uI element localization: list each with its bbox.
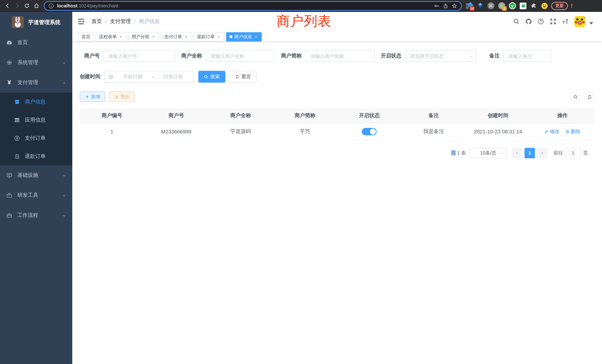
password-key-icon[interactable] xyxy=(434,3,440,9)
sidebar-item-home[interactable]: 首页 xyxy=(0,33,72,53)
merchant-no-input[interactable] xyxy=(103,50,175,62)
bookmark-star-icon[interactable] xyxy=(452,3,457,9)
extension-y-icon[interactable]: y xyxy=(509,2,516,10)
fullscreen-icon[interactable] xyxy=(550,18,556,25)
header-search-icon[interactable] xyxy=(513,18,520,25)
extension-chat-icon[interactable] xyxy=(519,2,527,10)
extension-command-icon[interactable]: ⌘ xyxy=(487,2,494,10)
sidebar-item-payment[interactable]: ¥ 支付管理 xyxy=(0,73,72,93)
extension-grid-icon[interactable]: 10 xyxy=(466,2,473,10)
close-icon[interactable]: × xyxy=(119,34,123,39)
sidebar-item-merchant-info[interactable]: 商户信息 xyxy=(0,93,72,111)
start-date-placeholder: 开始日期 xyxy=(116,73,149,80)
add-button[interactable]: 新增 xyxy=(80,92,105,102)
browser-back-button[interactable] xyxy=(3,1,12,10)
breadcrumb-home[interactable]: 首页 xyxy=(92,18,102,25)
refresh-button[interactable] xyxy=(584,92,595,102)
address-bar[interactable]: localhost:1024/pay/merchant xyxy=(44,1,462,11)
next-page-button[interactable] xyxy=(537,148,548,158)
caret-down-icon[interactable] xyxy=(589,22,593,24)
page-size-select[interactable]: 10条/页 xyxy=(470,148,507,158)
cell-status xyxy=(337,123,401,140)
tab-home[interactable]: 首页 xyxy=(78,32,94,41)
goto-page-input[interactable] xyxy=(566,148,580,158)
forward-icon xyxy=(14,3,20,9)
date-range-picker[interactable]: 开始日期 - 结束日期 xyxy=(104,71,194,83)
sidebar-fold-button[interactable] xyxy=(78,18,85,25)
delete-link[interactable]: 删除 xyxy=(565,128,580,135)
pagination: 共 1 条 10条/页 1 前往 页 xyxy=(80,148,588,158)
reset-button[interactable]: 重置 xyxy=(229,71,257,83)
help-icon[interactable] xyxy=(538,18,544,25)
github-icon[interactable] xyxy=(525,18,532,25)
browser-menu-icon[interactable]: ⋮ xyxy=(569,3,573,9)
screenshot-root: localhost:1024/pay/merchant 10 ⌘ xyxy=(0,0,602,364)
filter-create-time: 创建时间 开始日期 - 结束日期 xyxy=(80,71,194,83)
tab-process-form[interactable]: 流程表单× xyxy=(96,32,126,41)
filter-remark: 备注 xyxy=(489,50,552,62)
app-title: 芋道管理系统 xyxy=(28,19,60,26)
share-icon[interactable] xyxy=(443,3,449,9)
sidebar-item-refund-order[interactable]: 退款订单 xyxy=(0,147,72,165)
site-info-icon[interactable] xyxy=(48,3,54,9)
breadcrumb-payment[interactable]: 支付管理 xyxy=(110,18,131,25)
sidebar-item-app-info[interactable]: 应用信息 xyxy=(0,111,72,129)
tags-view-bar: 首页 流程表单× 用户分组× 支付订单× 退款订单× 商户信息× xyxy=(72,31,602,42)
export-button[interactable]: 导出 xyxy=(109,92,135,102)
browser-update-button[interactable]: 更新 xyxy=(551,2,568,10)
navbar-actions xyxy=(513,16,593,27)
tab-pay-order[interactable]: 支付订单× xyxy=(161,32,192,41)
extension-badge: 1 xyxy=(502,6,507,11)
hide-search-button[interactable] xyxy=(570,92,580,102)
table-row: 1 M233666999 芋道源码 芋艿 我是备注 2021-10-23 08:… xyxy=(80,123,595,140)
filter-row-2: 创建时间 开始日期 - 结束日期 搜索 重置 xyxy=(80,71,595,83)
prev-page-button[interactable] xyxy=(512,148,523,158)
extension-recorder-icon[interactable]: 1 xyxy=(498,2,505,10)
edit-link[interactable]: 修改 xyxy=(544,128,559,135)
search-button[interactable]: 搜索 xyxy=(198,71,225,83)
browser-profile-avatar[interactable] xyxy=(541,2,548,10)
filter-short-name: 商户简称 xyxy=(281,50,375,62)
table-header-row: 商户编号 商户号 商户全称 商户简称 开启状态 备注 创建时间 操作 xyxy=(80,108,595,123)
sidebar-logo[interactable]: 芋道管理系统 xyxy=(0,12,72,33)
cell-merchant-no: M233666999 xyxy=(144,123,208,140)
sidebar-item-pay-order[interactable]: 支付订单 xyxy=(0,129,72,147)
end-date-placeholder: 结束日期 xyxy=(157,73,189,80)
extension-gem-icon[interactable] xyxy=(476,2,484,10)
sidebar-item-system[interactable]: 系统管理 xyxy=(0,53,72,73)
close-icon[interactable]: × xyxy=(254,34,258,39)
red-annotation-title: 商户列表 xyxy=(277,12,331,30)
reload-icon xyxy=(24,3,30,9)
url-text[interactable]: localhost:1024/pay/merchant xyxy=(57,3,431,8)
close-icon[interactable]: × xyxy=(184,34,188,39)
close-icon[interactable]: × xyxy=(216,34,221,39)
extensions-puzzle-icon[interactable] xyxy=(530,2,538,10)
calendar-icon xyxy=(108,74,113,79)
date-separator: - xyxy=(152,74,154,79)
browser-home-button[interactable] xyxy=(32,1,41,10)
sidebar-item-dev-tools[interactable]: 研发工具 xyxy=(0,185,72,205)
download-icon xyxy=(114,95,119,99)
status-select[interactable] xyxy=(405,50,477,62)
sidebar-item-infra[interactable]: 基础设施 xyxy=(0,165,72,185)
chevron-down-icon xyxy=(62,213,66,218)
chevron-up-icon xyxy=(62,80,66,85)
page-number-1[interactable]: 1 xyxy=(525,148,535,158)
tab-merchant-info[interactable]: 商户信息× xyxy=(226,32,262,41)
font-size-icon[interactable] xyxy=(562,18,569,25)
main-panel: 商户列表 首页 / 支付管理 / 商户信息 xyxy=(72,12,602,364)
search-icon xyxy=(204,75,208,79)
tab-user-group[interactable]: 用户分组× xyxy=(128,32,159,41)
tab-refund-order[interactable]: 退款订单× xyxy=(194,32,224,41)
status-toggle[interactable] xyxy=(362,128,377,135)
full-name-input[interactable] xyxy=(206,50,275,62)
gear-icon xyxy=(6,60,12,66)
user-avatar[interactable] xyxy=(574,16,585,27)
close-icon[interactable]: × xyxy=(151,34,156,39)
browser-reload-button[interactable] xyxy=(22,1,31,10)
sidebar-item-workflow[interactable]: 工作流程 xyxy=(0,205,72,225)
filter-merchant-no: 商户号 xyxy=(80,50,175,62)
short-name-input[interactable] xyxy=(305,50,375,62)
remark-input[interactable] xyxy=(503,50,552,62)
browser-forward-button[interactable] xyxy=(13,1,22,10)
